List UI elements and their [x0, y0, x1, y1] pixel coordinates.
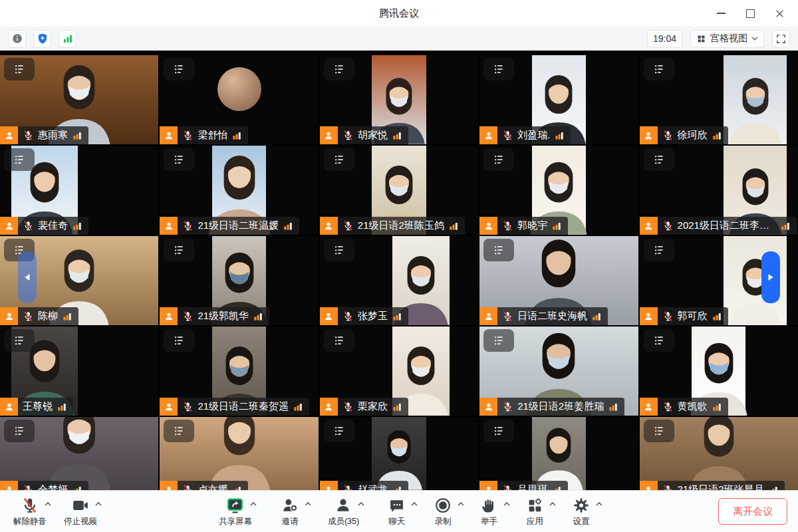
layout-list-icon[interactable] [164, 58, 194, 80]
participant-tile[interactable]: 赵武龙 [320, 417, 478, 490]
toolbar-item-settings[interactable]: 设置 [573, 495, 590, 527]
invite-icon [281, 497, 299, 514]
participant-tile[interactable]: 日语二班史海帆 [479, 236, 638, 325]
video-grid: 惠雨寒 梁舒怡 [0, 51, 798, 490]
view-mode-dropdown[interactable]: 宫格视图 [690, 30, 764, 48]
toolbar-item-share-screen[interactable]: 共享屏幕 [219, 495, 252, 527]
chevron-up-icon[interactable] [457, 501, 465, 507]
chevron-up-icon[interactable] [249, 501, 257, 507]
participant-tile[interactable]: 王尊锐 [0, 327, 158, 416]
participant-tile[interactable]: 张梦玉 [320, 236, 478, 325]
participant-tile[interactable]: 黄凯歌 [640, 327, 798, 416]
participant-label: 21级日语2班姜胜瑞 [479, 398, 624, 416]
layout-list-icon[interactable] [324, 329, 354, 352]
chevron-up-icon[interactable] [94, 501, 102, 507]
chevron-up-icon[interactable] [503, 501, 511, 507]
layout-list-icon[interactable] [324, 420, 354, 442]
layout-list-icon[interactable] [4, 420, 35, 442]
security-shield-button[interactable] [33, 30, 51, 48]
participant-tile[interactable]: 栗家欣 [320, 327, 478, 416]
chevron-up-icon[interactable] [410, 501, 418, 507]
participant-tile[interactable]: 21级日语2班姜胜瑞 [479, 327, 638, 416]
participant-name: 胡家悦 [358, 129, 388, 142]
toolbar-item-record[interactable]: 录制 [434, 495, 452, 527]
layout-list-icon[interactable] [644, 329, 674, 352]
chevron-up-icon[interactable] [357, 501, 365, 507]
participant-tile[interactable]: 卢亦媛 [160, 417, 318, 490]
toolbar-item-invite[interactable]: 邀请 [281, 495, 299, 527]
participant-tile[interactable]: 梁舒怡 [160, 55, 318, 144]
grid-view-icon [696, 34, 706, 44]
volume-bars-icon [392, 130, 402, 141]
prev-page-button[interactable] [18, 251, 37, 303]
participant-tile[interactable]: 21级日语2班张晨月 [640, 417, 798, 490]
person-silhouette [527, 420, 591, 490]
toolbar-item-apps[interactable]: 应用 [527, 495, 543, 527]
chevron-up-icon[interactable] [304, 501, 312, 507]
chevron-up-icon[interactable] [595, 501, 603, 507]
layout-list-icon[interactable] [324, 239, 354, 261]
fullscreen-button[interactable] [772, 30, 790, 48]
layout-list-icon[interactable] [324, 58, 354, 80]
layout-list-icon[interactable] [644, 239, 674, 261]
layout-list-icon[interactable] [164, 239, 194, 261]
layout-list-icon[interactable] [483, 420, 514, 442]
person-silhouette [199, 417, 280, 490]
mic-muted-icon [662, 311, 674, 322]
layout-list-icon[interactable] [483, 58, 514, 80]
layout-list-icon[interactable] [164, 420, 194, 442]
participant-label-body: 王尊锐 [18, 398, 73, 416]
participant-label: 陈柳 [0, 307, 78, 325]
next-page-button[interactable] [761, 251, 780, 303]
participant-tile[interactable]: 徐珂欣 [640, 55, 798, 144]
participant-video [532, 417, 586, 490]
host-badge-icon [320, 307, 338, 325]
participant-name: 裴佳奇 [38, 219, 68, 232]
toolbar-item-mic-off[interactable]: 解除静音 [13, 495, 47, 527]
layout-list-icon[interactable] [164, 148, 194, 171]
mic-muted-icon [342, 130, 354, 141]
leave-meeting-button[interactable]: 离开会议 [718, 498, 787, 525]
meeting-info-button[interactable] [8, 30, 26, 48]
network-signal-button[interactable] [59, 30, 76, 48]
mic-muted-icon [662, 130, 674, 141]
layout-list-icon[interactable] [164, 329, 194, 352]
participant-label-body: 吕思琪 [497, 481, 568, 490]
toolbar-item-camera[interactable]: 停止视频 [64, 495, 97, 527]
participant-tile[interactable]: 21级日语二班秦贺遥 [160, 327, 318, 416]
layout-list-icon[interactable] [483, 239, 514, 261]
layout-list-icon[interactable] [644, 148, 674, 171]
participant-tile[interactable]: 刘盈瑞. [479, 55, 638, 144]
participant-tile[interactable]: 裴佳奇 [0, 146, 158, 235]
layout-list-icon[interactable] [483, 148, 514, 171]
layout-list-icon[interactable] [4, 148, 35, 171]
layout-list-icon[interactable] [483, 329, 514, 352]
layout-list-icon[interactable] [324, 148, 354, 171]
volume-bars-icon [253, 311, 263, 322]
toolbar-item-chat[interactable]: 聊天 [388, 495, 405, 527]
close-button[interactable] [765, 0, 794, 27]
participant-tile[interactable]: 仝梦妍 [0, 417, 158, 490]
layout-list-icon[interactable] [644, 420, 674, 442]
maximize-button[interactable] [735, 0, 765, 27]
participant-tile[interactable]: 21级日语2班陈玉鸽 [320, 146, 478, 235]
layout-list-icon[interactable] [644, 58, 674, 80]
participant-tile[interactable]: 胡家悦 [320, 55, 478, 144]
participant-tile[interactable]: 郭晓宇 [479, 146, 638, 235]
participant-tile[interactable]: 21级日语二班温媛 [160, 146, 318, 235]
chevron-up-icon[interactable] [44, 501, 52, 507]
layout-list-icon[interactable] [4, 58, 35, 80]
chevron-up-icon[interactable] [549, 501, 557, 507]
layout-list-icon[interactable] [4, 329, 35, 352]
participant-tile[interactable]: 吕思琪 [479, 417, 638, 490]
participant-tile[interactable]: 惠雨寒 [0, 55, 158, 144]
participant-tile[interactable]: 21级郭凯华 [160, 236, 318, 325]
mic-muted-icon [182, 484, 194, 490]
toolbar-item-raise-hand[interactable]: 举手 [481, 495, 497, 527]
participant-label-body: 21级日语2班张晨月 [658, 481, 785, 490]
participant-label: 王尊锐 [0, 398, 73, 416]
participant-tile[interactable]: 2021级日语二班李浩然 [640, 146, 798, 235]
volume-bars-icon [554, 130, 565, 141]
toolbar-item-members[interactable]: 成员(35) [328, 495, 359, 527]
minimize-button[interactable] [706, 0, 735, 27]
